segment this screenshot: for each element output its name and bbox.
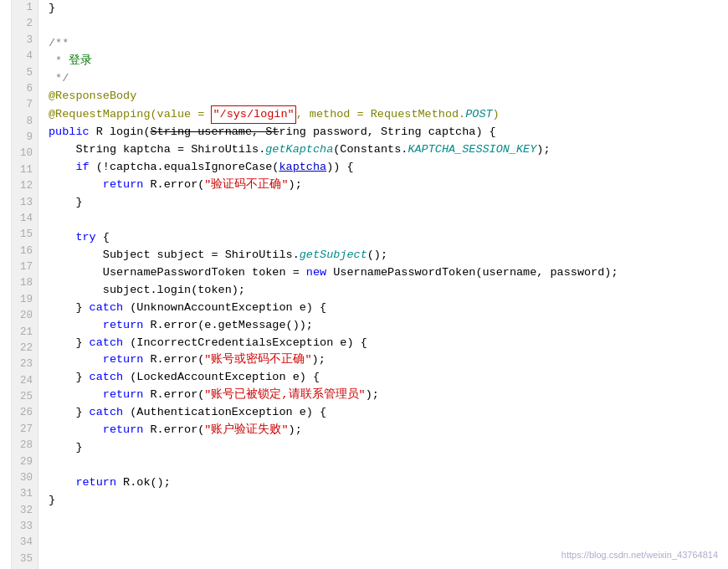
code-text: [49, 159, 75, 177]
ln-12: 12: [12, 178, 33, 194]
code-text: @RequestMapping(value =: [49, 106, 211, 124]
code-text: [49, 177, 103, 194]
ln-8: 8: [12, 114, 33, 130]
ln-35: 35: [12, 551, 33, 567]
code-line-10: if (!captcha.equalsIgnoreCase(kaptcha)) …: [49, 159, 728, 177]
code-line-19: return R.error(e.getMessage());: [49, 317, 728, 335]
code-text: (Constants.: [333, 141, 408, 159]
ln-6: 6: [12, 81, 33, 97]
code-line-8: public R login(String username, String p…: [49, 124, 728, 141]
code-text: UsernamePasswordToken(username, password…: [326, 264, 618, 282]
code-text: public: [49, 124, 90, 141]
code-text: (UnknownAccountException e) {: [123, 300, 326, 317]
code-text: "验证码不正确": [204, 177, 288, 194]
code-line-21: return R.error("账号或密码不正确");: [49, 351, 728, 369]
code-line-17: subject.login(token);: [49, 282, 728, 300]
ln-1: 1: [12, 0, 33, 16]
code-text: "账号已被锁定,请联系管理员": [204, 387, 365, 404]
code-text: );: [312, 351, 326, 369]
code-text: if: [75, 159, 89, 177]
code-text: return: [103, 177, 144, 194]
code-text: return: [103, 317, 144, 335]
code-text: "账号或密码不正确": [204, 351, 311, 369]
ln-10: 10: [12, 146, 33, 161]
code-line-11: return R.error("验证码不正确");: [49, 177, 728, 194]
ln-4: 4: [12, 49, 33, 64]
ln-7: 7: [12, 97, 33, 113]
ln-28: 28: [12, 438, 33, 454]
code-text: (AuthenticationException e) {: [123, 404, 326, 422]
code-text: );: [366, 387, 379, 404]
ln-23: 23: [12, 356, 33, 372]
ln-27: 27: [12, 422, 33, 438]
code-line-27: [49, 457, 728, 474]
code-line-9: String kaptcha = ShiroUtils.getKaptcha(C…: [49, 141, 728, 159]
code-text: UsernamePasswordToken token =: [49, 264, 306, 282]
ln-26: 26: [12, 405, 33, 421]
code-text: new: [306, 264, 326, 282]
code-text: [49, 387, 103, 404]
code-text: R.error(e.getMessage());: [143, 317, 313, 335]
code-content: } /** * 登录 */ @ResponseBody @RequestMapp…: [38, 0, 728, 569]
code-text: [49, 18, 55, 35]
code-text: [49, 317, 103, 335]
ln-2: 2: [12, 16, 33, 32]
ln-19: 19: [12, 292, 33, 308]
code-line-23: return R.error("账号已被锁定,请联系管理员");: [49, 387, 728, 404]
code-line-28: return R.ok();: [49, 474, 728, 492]
code-text: getSubject: [300, 247, 367, 264]
code-text: String username, St: [151, 124, 279, 141]
code-text: [49, 422, 103, 439]
code-text: return: [103, 422, 144, 439]
code-text: try: [75, 229, 95, 247]
code-text: }: [49, 492, 55, 510]
code-line-6: @ResponseBody: [49, 88, 728, 105]
code-text: [49, 212, 55, 229]
ln-20: 20: [12, 308, 33, 324]
code-text: (LockedAccountException e) {: [123, 369, 320, 387]
ln-24: 24: [12, 373, 33, 389]
code-text: )) {: [326, 159, 353, 177]
code-text: );: [536, 141, 550, 159]
code-text: return: [103, 387, 144, 404]
code-line-13: [49, 212, 728, 229]
line-numbers: 1 2 3 4 5 6 7 8 9 10 11 12 13 14 15 16 1…: [12, 0, 38, 569]
code-text: [49, 229, 75, 247]
code-text: R.error(: [143, 177, 204, 194]
code-text: , method = RequestMethod.: [296, 106, 466, 124]
code-line-7: @RequestMapping(value = "/sys/login", me…: [49, 105, 728, 125]
ln-29: 29: [12, 454, 33, 470]
code-text: [49, 457, 55, 474]
code-text: catch: [90, 369, 124, 387]
ln-31: 31: [12, 486, 33, 502]
left-gutter-bar: [0, 0, 12, 569]
ln-22: 22: [12, 341, 33, 356]
code-text: }: [49, 0, 55, 18]
code-text: (IncorrectCredentialsException e) {: [123, 335, 367, 352]
code-text: );: [289, 422, 302, 439]
ln-25: 25: [12, 389, 33, 405]
code-text: }: [49, 439, 83, 457]
ln-30: 30: [12, 470, 33, 486]
ln-18: 18: [12, 275, 33, 291]
ln-13: 13: [12, 195, 33, 211]
ln-32: 32: [12, 503, 33, 519]
code-text: */: [49, 70, 69, 88]
code-text: "账户验证失败": [204, 422, 288, 439]
code-text: );: [289, 177, 302, 194]
code-text: String kaptcha = ShiroUtils.: [49, 141, 265, 159]
code-line-26: }: [49, 439, 728, 457]
ln-15: 15: [12, 227, 33, 243]
ln-34: 34: [12, 535, 33, 551]
code-text: catch: [90, 404, 124, 422]
code-text: @ResponseBody: [49, 88, 136, 105]
ln-9: 9: [12, 130, 33, 146]
ln-11: 11: [12, 162, 33, 178]
code-text: ): [493, 106, 500, 124]
code-text: subject.login(token);: [49, 282, 245, 300]
code-text: R.error(: [143, 351, 204, 369]
code-text: }: [49, 194, 83, 212]
code-text: kaptcha: [279, 159, 326, 177]
code-line-18: } catch (UnknownAccountException e) {: [49, 300, 728, 317]
ln-5: 5: [12, 65, 33, 81]
